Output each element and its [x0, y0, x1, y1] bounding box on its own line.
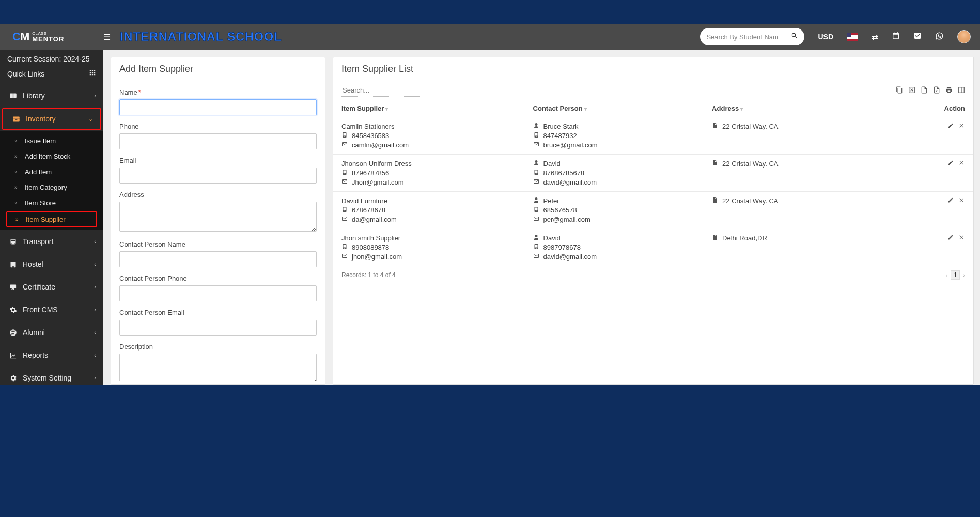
pager-page[interactable]: 1 [951, 270, 960, 280]
delete-button[interactable] [959, 235, 965, 242]
contact-person-phone-input[interactable] [119, 285, 317, 301]
edit-button[interactable] [947, 197, 954, 205]
sidebar-item-alumni[interactable]: Alumni ‹ [0, 321, 103, 344]
contact-person-name-label: Contact Person Name [119, 240, 317, 248]
chevron-left-icon: ‹ [94, 261, 96, 267]
menu-toggle-icon[interactable]: ☰ [103, 32, 111, 42]
sidebar-sub-add-item-stock[interactable]: » Add Item Stock [0, 148, 103, 164]
settings-icon [7, 374, 19, 382]
sidebar-sub-label: Add Item Stock [25, 153, 70, 160]
columns-icon[interactable] [958, 86, 965, 95]
address-icon [712, 160, 719, 168]
chevron-left-icon: ‹ [94, 307, 96, 313]
delete-button[interactable] [959, 197, 965, 205]
sidebar-item-certificate[interactable]: Certificate ‹ [0, 276, 103, 298]
sidebar-item-label: Certificate [23, 283, 55, 291]
supplier-cell: Jhonson Uniform Dress8796787856Jhon@gmai… [333, 155, 525, 192]
edit-button[interactable] [947, 123, 954, 130]
sidebar-sub-label: Item Supplier [26, 216, 66, 223]
sidebar-item-front-cms[interactable]: Front CMS ‹ [0, 298, 103, 321]
sidebar-sub-add-item[interactable]: » Add Item [0, 164, 103, 179]
brand-logo[interactable]: CM CLASSMENTOR [0, 24, 103, 50]
sidebar-sub-item-supplier[interactable]: » Item Supplier [6, 211, 97, 227]
pdf-icon[interactable] [933, 86, 940, 95]
email-input[interactable] [119, 168, 317, 184]
phone-icon [533, 244, 540, 251]
sidebar-item-transport[interactable]: Transport ‹ [0, 230, 103, 253]
sidebar-item-system-setting[interactable]: System Setting ‹ [0, 367, 103, 385]
delete-button[interactable] [959, 123, 965, 130]
col-supplier[interactable]: Item Supplier▾ [333, 100, 525, 117]
pager-next[interactable]: › [963, 272, 965, 278]
phone-icon [533, 206, 540, 214]
pager-prev[interactable]: ‹ [946, 272, 948, 278]
delete-button[interactable] [959, 160, 965, 168]
sidebar-item-reports[interactable]: Reports ‹ [0, 344, 103, 367]
edit-button[interactable] [947, 160, 954, 168]
address-cell: 22 Cristal Way. CA [704, 117, 886, 155]
sidebar-sub-label: Item Store [25, 199, 56, 207]
excel-icon[interactable] [908, 86, 915, 95]
student-search[interactable] [700, 28, 804, 45]
mail-icon [341, 141, 349, 149]
grid-icon[interactable] [89, 69, 96, 78]
supplier-name: Jhonson Uniform Dress [341, 160, 412, 168]
contact-person-name-input[interactable] [119, 251, 317, 267]
sidebar-sub-item-store[interactable]: » Item Store [0, 195, 103, 210]
action-cell [886, 229, 973, 266]
phone-input[interactable] [119, 133, 317, 149]
phone-icon [341, 206, 349, 214]
contact-name: David [543, 160, 561, 168]
action-cell [886, 192, 973, 229]
print-icon[interactable] [945, 86, 953, 95]
inventory-icon [10, 115, 22, 123]
address-input[interactable] [119, 202, 317, 232]
sidebar-item-inventory[interactable]: Inventory ⌄ [2, 108, 101, 130]
export-toolbar [896, 86, 965, 95]
whatsapp-icon[interactable] [935, 32, 944, 42]
sidebar-item-label: Hostel [23, 260, 43, 268]
address-text: 22 Cristal Way. CA [722, 123, 778, 130]
chevron-left-icon: ‹ [94, 375, 96, 381]
supplier-phone: 8796787856 [352, 169, 389, 177]
sidebar-sub-item-category[interactable]: » Item Category [0, 179, 103, 195]
certificate-icon [7, 283, 19, 291]
contact-cell: David8987978678david@gmail.com [525, 229, 704, 266]
contact-person-email-label: Contact Person Email [119, 309, 317, 316]
sidebar-item-hostel[interactable]: Hostel ‹ [0, 253, 103, 276]
sort-icon: ▾ [385, 106, 388, 112]
table-row: Jhonson Uniform Dress8796787856Jhon@gmai… [333, 155, 973, 192]
sidebar-sub-label: Issue Item [25, 137, 56, 145]
supplier-email: Jhon@gmail.com [352, 178, 404, 186]
col-contact[interactable]: Contact Person▾ [525, 100, 704, 117]
supplier-name: Camlin Stationers [341, 123, 395, 130]
name-input[interactable] [119, 99, 317, 115]
user-avatar[interactable] [957, 30, 971, 43]
sidebar-item-label: Front CMS [23, 306, 58, 314]
contact-person-email-input[interactable] [119, 320, 317, 336]
currency-selector[interactable]: USD [818, 33, 833, 41]
edit-button[interactable] [947, 235, 954, 242]
description-input[interactable] [119, 354, 317, 381]
book-icon [7, 92, 19, 100]
sidebar-sub-issue-item[interactable]: » Issue Item [0, 133, 103, 148]
sidebar-item-label: System Setting [23, 374, 71, 382]
sidebar-sub-label: Add Item [25, 168, 52, 176]
calendar-icon[interactable] [892, 32, 900, 42]
csv-icon[interactable] [921, 86, 928, 95]
col-address[interactable]: Address▾ [704, 100, 886, 117]
search-input[interactable] [706, 33, 787, 41]
quick-links-row[interactable]: Quick Links [0, 67, 103, 84]
globe-icon [7, 329, 19, 337]
mail-icon [341, 253, 349, 261]
search-icon[interactable] [791, 32, 798, 41]
copy-icon[interactable] [896, 86, 903, 95]
swap-icon[interactable]: ⇄ [872, 32, 878, 42]
task-check-icon[interactable] [913, 32, 922, 42]
language-flag-icon[interactable] [847, 33, 858, 41]
sidebar-item-library[interactable]: Library ‹ [0, 84, 103, 107]
phone-icon [341, 244, 349, 251]
action-cell [886, 117, 973, 155]
table-row: Jhon smith Supplier8908089878jhon@gmail.… [333, 229, 973, 266]
list-search-input[interactable] [341, 84, 429, 97]
